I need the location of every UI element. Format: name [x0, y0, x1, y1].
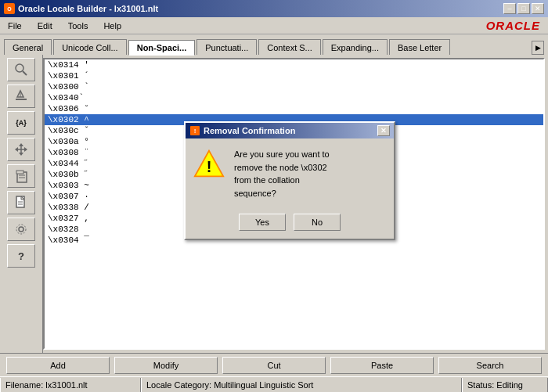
- dialog-close-button[interactable]: ✕: [377, 125, 390, 136]
- cut-button[interactable]: Cut: [222, 357, 326, 374]
- dialog-title-bar: ! Removal Confirmation ✕: [186, 123, 394, 138]
- sidebar: {A}: [0, 55, 43, 353]
- dialog-buttons: Yes No: [186, 209, 394, 239]
- bottom-toolbar: Add Modify Cut Paste Search: [0, 353, 548, 376]
- svg-rect-13: [16, 171, 23, 174]
- sidebar-help-btn[interactable]: ?: [7, 244, 35, 268]
- dialog-no-button[interactable]: No: [294, 214, 341, 231]
- sidebar-clipboard-btn[interactable]: [7, 164, 35, 188]
- add-button[interactable]: Add: [6, 357, 110, 374]
- window-controls: – □ ✕: [503, 3, 544, 14]
- tab-base-letter[interactable]: Base Letter: [389, 39, 450, 55]
- svg-rect-4: [16, 99, 27, 100]
- menu-tools[interactable]: Tools: [64, 20, 92, 31]
- svg-text:O: O: [7, 6, 12, 12]
- svg-line-3: [23, 71, 27, 75]
- sidebar-format-btn[interactable]: {A}: [7, 111, 35, 135]
- close-button[interactable]: ✕: [532, 3, 544, 14]
- tab-general[interactable]: General: [4, 39, 52, 55]
- modify-button[interactable]: Modify: [114, 357, 218, 374]
- menu-help[interactable]: Help: [99, 20, 125, 31]
- list-item[interactable]: \x0340`: [45, 92, 543, 103]
- sidebar-move-btn[interactable]: [7, 138, 35, 161]
- menu-edit[interactable]: Edit: [34, 20, 56, 31]
- warning-icon: !: [193, 148, 225, 181]
- app-icon: O: [4, 3, 15, 14]
- svg-text:!: !: [194, 128, 196, 135]
- menu-file[interactable]: File: [4, 20, 26, 31]
- tab-non-spaci[interactable]: Non-Spaci...: [128, 40, 196, 56]
- svg-marker-8: [19, 153, 23, 156]
- dialog-content: ! Are you sure you want to remove the no…: [186, 138, 394, 209]
- svg-point-20: [16, 225, 26, 234]
- svg-text:!: !: [207, 158, 212, 175]
- tab-bar: General Unicode Coll... Non-Spaci... Pun…: [0, 34, 548, 55]
- list-item[interactable]: \x0306 ˘: [45, 103, 543, 114]
- maximize-button[interactable]: □: [517, 3, 530, 14]
- dialog-title-text: Removal Confirmation: [204, 126, 295, 135]
- sidebar-edit-btn[interactable]: [7, 85, 35, 108]
- svg-marker-7: [19, 143, 23, 146]
- dialog-message: Are you sure you want to remove the node…: [234, 148, 330, 200]
- minimize-button[interactable]: –: [503, 3, 516, 14]
- window-title: Oracle Locale Builder - lx31001.nlt: [18, 4, 158, 13]
- sidebar-settings-btn[interactable]: [7, 218, 35, 241]
- tab-context-s[interactable]: Context S...: [258, 39, 320, 55]
- svg-point-19: [19, 227, 23, 232]
- sidebar-search-btn[interactable]: [7, 58, 35, 81]
- search-button[interactable]: Search: [438, 357, 542, 374]
- svg-marker-11: [24, 147, 27, 152]
- list-item[interactable]: \x0314 ': [45, 59, 543, 70]
- status-filename: Filename: lx31001.nlt: [0, 378, 141, 392]
- list-item[interactable]: \x0300 `: [45, 81, 543, 92]
- removal-confirmation-dialog: ! Removal Confirmation ✕ ! Are you sure: [184, 121, 395, 240]
- status-bar: Filename: lx31001.nlt Locale Category: M…: [0, 376, 548, 392]
- svg-marker-10: [15, 147, 18, 152]
- tab-expanding[interactable]: Expanding...: [323, 39, 388, 55]
- list-item[interactable]: \x0301 ´: [45, 70, 543, 81]
- oracle-logo: ORACLE: [480, 17, 548, 34]
- svg-point-2: [16, 64, 23, 72]
- dialog-yes-button[interactable]: Yes: [239, 214, 286, 231]
- tab-scroll-right[interactable]: ▶: [532, 41, 544, 55]
- paste-button[interactable]: Paste: [330, 357, 434, 374]
- tab-punctuati[interactable]: Punctuati...: [196, 39, 257, 55]
- menu-bar: File Edit Tools Help: [0, 18, 480, 34]
- tab-unicode-coll[interactable]: Unicode Coll...: [53, 39, 127, 55]
- sidebar-doc-btn[interactable]: [7, 191, 35, 214]
- title-bar: O Oracle Locale Builder - lx31001.nlt – …: [0, 0, 548, 17]
- status-locale: Locale Category: Multilingual Linguistic…: [141, 378, 462, 392]
- status-editing: Status: Editing: [462, 378, 548, 392]
